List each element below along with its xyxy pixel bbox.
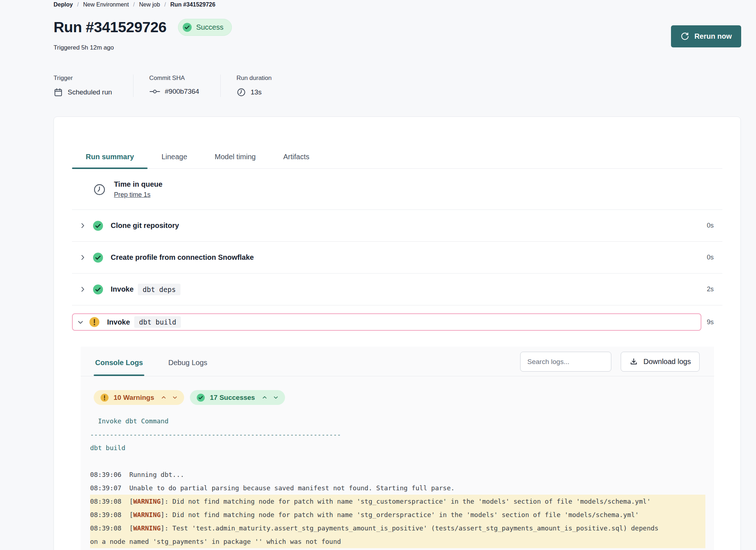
rerun-icon	[680, 32, 689, 41]
breadcrumb-separator: /	[77, 1, 78, 8]
status-badge-label: Success	[196, 23, 224, 31]
successes-next-icon[interactable]	[273, 395, 279, 400]
success-check-icon	[93, 284, 103, 295]
log-line: 08:39:08 [WARNING]: Test 'test.admin_mat…	[90, 521, 705, 548]
download-logs-button[interactable]: Download logs	[621, 352, 700, 372]
rerun-now-label: Rerun now	[695, 32, 732, 41]
step-duration: 9s	[701, 318, 722, 326]
tab-lineage[interactable]: Lineage	[148, 145, 201, 168]
success-check-icon	[93, 252, 103, 263]
tab-artifacts[interactable]: Artifacts	[269, 145, 323, 168]
step-command-chip: dbt deps	[138, 284, 180, 295]
step-name: Invoke	[107, 318, 130, 326]
warnings-prev-icon[interactable]	[161, 395, 166, 400]
warnings-next-icon[interactable]	[172, 395, 178, 400]
breadcrumb-separator: /	[133, 1, 135, 8]
log-badges: 10 Warnings 17 Successes	[81, 376, 714, 405]
run-tabs: Run summary Lineage Model timing Artifac…	[72, 145, 722, 169]
breadcrumb-item-job[interactable]: New job	[139, 1, 160, 8]
meta-duration: Run duration 13s	[220, 75, 293, 97]
warning-icon	[100, 393, 109, 402]
commit-value: #900b7364	[165, 88, 199, 96]
log-line	[90, 454, 705, 468]
step-invoke-dbt-build-row: Invoke dbt build 9s	[72, 313, 722, 331]
download-icon	[629, 358, 638, 366]
step-invoke-dbt-build[interactable]: Invoke dbt build	[72, 313, 701, 331]
step-clone-git-repository[interactable]: Clone git repository 0s	[72, 210, 722, 242]
chevron-right-icon[interactable]	[79, 222, 86, 229]
warnings-badge-label: 10 Warnings	[114, 394, 154, 402]
queue-clock-icon	[93, 183, 106, 196]
log-line: 08:39:08 [WARNING]: Did not find matchin…	[90, 508, 705, 521]
success-check-icon	[182, 22, 192, 32]
commit-label: Commit SHA	[149, 75, 199, 82]
step-duration: 0s	[707, 222, 722, 229]
log-line: dbt build	[90, 441, 705, 454]
run-summary-card: Run summary Lineage Model timing Artifac…	[54, 117, 741, 550]
log-header: Console Logs Debug Logs Download logs	[81, 347, 714, 376]
triggered-time: Triggered 5h 12m ago	[54, 44, 114, 51]
chevron-right-icon[interactable]	[79, 254, 86, 261]
step-name: Create profile from connection Snowflake	[111, 253, 254, 262]
log-line: 08:39:08 [WARNING]: Did not find matchin…	[90, 495, 705, 508]
step-name: Clone git repository	[111, 221, 179, 230]
status-badge: Success	[178, 19, 232, 36]
breadcrumb-item-deploy[interactable]: Deploy	[54, 1, 73, 8]
rerun-now-button[interactable]: Rerun now	[671, 25, 741, 47]
tab-console-logs[interactable]: Console Logs	[94, 352, 144, 376]
step-name: Invoke	[111, 285, 133, 293]
page-title: Run #341529726	[54, 19, 166, 36]
tab-debug-logs[interactable]: Debug Logs	[167, 352, 209, 376]
breadcrumb-item-environment[interactable]: New Environment	[83, 1, 129, 8]
log-line: 08:39:06 Running dbt...	[90, 468, 705, 481]
prep-time-link[interactable]: Prep time 1s	[114, 191, 162, 199]
successes-prev-icon[interactable]	[262, 395, 267, 400]
meta-commit: Commit SHA #900b7364	[133, 75, 220, 97]
duration-value: 13s	[251, 88, 262, 96]
breadcrumb-item-run: Run #341529726	[170, 1, 216, 8]
breadcrumb: Deploy / New Environment / New job / Run…	[54, 0, 215, 9]
log-panel: Console Logs Debug Logs Download logs 10…	[81, 347, 714, 550]
success-check-icon	[196, 393, 205, 402]
meta-trigger: Trigger Scheduled run	[54, 75, 133, 97]
breadcrumb-separator: /	[164, 1, 166, 8]
tab-model-timing[interactable]: Model timing	[201, 145, 269, 168]
step-command-chip: dbt build	[134, 316, 181, 328]
tab-run-summary[interactable]: Run summary	[72, 145, 148, 168]
time-in-queue-row: Time in queue Prep time 1s	[72, 169, 722, 210]
log-line: Invoke dbt Command	[90, 414, 705, 428]
warnings-badge[interactable]: 10 Warnings	[94, 390, 184, 405]
duration-label: Run duration	[237, 75, 272, 82]
step-create-profile[interactable]: Create profile from connection Snowflake…	[72, 242, 722, 274]
log-lines: Invoke dbt Command----------------------…	[81, 405, 714, 548]
calendar-icon	[54, 88, 63, 97]
chevron-down-icon[interactable]	[77, 319, 84, 326]
run-meta: Trigger Scheduled run Commit SHA #900b73…	[54, 75, 293, 97]
commit-icon	[149, 89, 160, 94]
download-logs-label: Download logs	[644, 358, 691, 366]
successes-badge-label: 17 Successes	[210, 394, 255, 402]
success-check-icon	[93, 220, 103, 231]
queue-title: Time in queue	[114, 180, 162, 189]
chevron-right-icon[interactable]	[79, 286, 86, 293]
log-line: 08:39:07 Unable to do partial parsing be…	[90, 481, 705, 495]
step-duration: 2s	[707, 285, 722, 293]
warning-icon	[89, 317, 100, 327]
log-line: ----------------------------------------…	[90, 428, 705, 441]
step-invoke-dbt-deps[interactable]: Invoke dbt deps 2s	[72, 274, 722, 305]
header: Run #341529726 Success	[54, 19, 232, 36]
trigger-value: Scheduled run	[68, 88, 112, 96]
successes-badge[interactable]: 17 Successes	[190, 390, 285, 405]
trigger-label: Trigger	[54, 75, 112, 82]
step-duration: 0s	[707, 254, 722, 261]
search-logs-input[interactable]	[520, 352, 611, 372]
clock-icon	[237, 88, 246, 97]
